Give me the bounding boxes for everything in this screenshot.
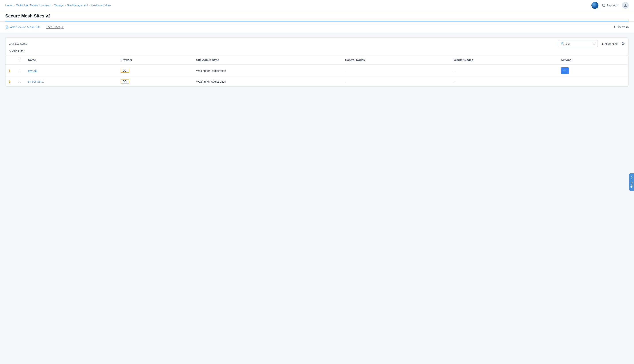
top-nav-right: Support ▾ xyxy=(591,2,629,9)
col-provider: Provider xyxy=(117,56,193,65)
breadcrumb-sep-2: › xyxy=(52,4,52,7)
tech-docs-label: Tech Docs xyxy=(46,26,60,29)
refresh-icon: ↻ xyxy=(614,25,616,29)
row-control-nodes-cell: - xyxy=(342,77,450,86)
search-input[interactable] xyxy=(566,42,591,45)
table-row: ❯ mw-oci OCI Waiting for Registration xyxy=(6,65,628,77)
col-control-nodes: Control Nodes xyxy=(342,56,450,65)
add-filter-button[interactable]: ▽ Add Filter xyxy=(9,49,24,52)
row-expander-icon[interactable]: ❯ xyxy=(8,69,11,72)
toolbar: ⊕ Add Secure Mesh Site Tech Docs ↗ ↻ Ref… xyxy=(0,22,634,33)
support-icon xyxy=(602,4,606,7)
row-expander-cell: ❯ xyxy=(6,65,14,77)
filter-chevron-icon: ▲ xyxy=(601,42,604,45)
row-checkbox-cell xyxy=(14,65,24,77)
support-chevron: ▾ xyxy=(618,4,618,7)
breadcrumb-customer-edges[interactable]: Customer Edges xyxy=(92,4,111,7)
globe-avatar xyxy=(591,2,598,9)
worker-nodes-value: - xyxy=(454,80,454,83)
row-control-nodes-cell: - xyxy=(342,65,450,77)
row-state-cell: Waiting for Registration xyxy=(193,65,342,77)
row-worker-nodes-cell: - xyxy=(450,77,557,86)
provider-badge: OCI xyxy=(120,69,129,73)
row-worker-nodes-cell: - xyxy=(450,65,557,77)
add-secure-mesh-site-button[interactable]: ⊕ Add Secure Mesh Site xyxy=(5,25,41,30)
refresh-button[interactable]: ↻ Refresh xyxy=(614,25,629,29)
hide-filter-label: Hide Filter xyxy=(605,42,618,45)
breadcrumb-sep-1: › xyxy=(14,4,14,7)
row-checkbox-cell xyxy=(14,77,24,86)
sites-table: Name Provider Site Admin State Control N… xyxy=(6,56,628,86)
hide-filter-button[interactable]: ▲ Hide Filter xyxy=(601,42,618,45)
row-state-cell: Waiting for Registration xyxy=(193,77,342,86)
add-label: Add Secure Mesh Site xyxy=(10,26,41,29)
add-icon: ⊕ xyxy=(5,25,8,30)
svg-point-0 xyxy=(604,6,604,6)
col-worker-nodes: Worker Nodes xyxy=(450,56,557,65)
page-header: Secure Mesh Sites v2 xyxy=(0,11,634,22)
breadcrumb-home[interactable]: Home xyxy=(5,4,12,7)
external-link-icon: ↗ xyxy=(62,26,64,29)
row-actions-cell: ··· xyxy=(557,65,628,77)
control-nodes-value: - xyxy=(345,80,346,83)
clear-search-icon[interactable]: ✕ xyxy=(592,42,595,46)
filter-icon: ▽ xyxy=(9,49,11,52)
table-header-row: Name Provider Site Admin State Control N… xyxy=(6,56,628,65)
top-nav: Home › Multi-Cloud Network Connect › Man… xyxy=(0,0,634,11)
provider-badge: OCI xyxy=(120,80,129,84)
status-text: Waiting for Registration xyxy=(196,69,226,72)
col-actions: Actions xyxy=(557,56,628,65)
main-content: 2 of 112 items 🔍 ✕ ▲ Hide Filter ⚙ ▽ Add… xyxy=(0,33,634,91)
breadcrumb-multi-cloud[interactable]: Multi-Cloud Network Connect xyxy=(16,4,50,7)
col-site-admin-state: Site Admin State xyxy=(193,56,342,65)
add-filter-label: Add Filter xyxy=(12,49,24,52)
row-expander-cell: ❯ xyxy=(6,77,14,86)
row-provider-cell: OCI xyxy=(117,65,193,77)
col-name: Name xyxy=(24,56,117,65)
filter-bottom: ▽ Add Filter xyxy=(9,49,625,52)
page-title: Secure Mesh Sites v2 xyxy=(5,14,629,21)
row-actions-cell xyxy=(557,77,628,86)
row-name-cell: sri-oci-test-1 xyxy=(24,77,117,86)
breadcrumb-sep-3: › xyxy=(65,4,66,7)
row-provider-cell: OCI xyxy=(117,77,193,86)
breadcrumb: Home › Multi-Cloud Network Connect › Man… xyxy=(5,4,111,7)
support-label: Support xyxy=(606,4,616,7)
refresh-label: Refresh xyxy=(618,26,629,29)
user-icon xyxy=(624,4,627,7)
user-avatar[interactable] xyxy=(622,2,629,8)
blue-bar xyxy=(5,21,629,22)
items-count: 2 of 112 items xyxy=(9,42,27,45)
control-nodes-value: - xyxy=(345,69,346,72)
row-name-cell: mw-oci xyxy=(24,65,117,77)
filter-top: 2 of 112 items 🔍 ✕ ▲ Hide Filter ⚙ xyxy=(9,40,625,47)
breadcrumb-manage[interactable]: Manage xyxy=(54,4,64,7)
toolbar-left: ⊕ Add Secure Mesh Site Tech Docs ↗ xyxy=(5,25,64,30)
svg-point-1 xyxy=(625,4,626,5)
table-container: Name Provider Site Admin State Control N… xyxy=(5,56,629,86)
breadcrumb-site-management[interactable]: Site Management xyxy=(67,4,88,7)
row-expander-icon[interactable]: ❯ xyxy=(8,80,11,83)
filter-right: 🔍 ✕ ▲ Hide Filter ⚙ xyxy=(558,40,625,47)
filter-bar: 2 of 112 items 🔍 ✕ ▲ Hide Filter ⚙ ▽ Add… xyxy=(5,37,629,56)
select-all-checkbox[interactable] xyxy=(18,58,21,61)
breadcrumb-sep-4: › xyxy=(89,4,90,7)
tech-docs-link[interactable]: Tech Docs ↗ xyxy=(46,26,64,29)
worker-nodes-value: - xyxy=(454,69,454,72)
search-icon: 🔍 xyxy=(560,42,564,46)
support-button[interactable]: Support ▾ xyxy=(602,4,618,7)
table-row: ❯ sri-oci-test-1 OCI Waiting for Registr… xyxy=(6,77,628,86)
row-checkbox[interactable] xyxy=(18,69,21,72)
row-name-link[interactable]: mw-oci xyxy=(28,69,37,72)
col-expander xyxy=(6,56,14,65)
settings-icon[interactable]: ⚙ xyxy=(622,41,625,46)
row-checkbox[interactable] xyxy=(18,80,21,83)
row-name-link[interactable]: sri-oci-test-1 xyxy=(28,80,44,83)
status-text: Waiting for Registration xyxy=(196,80,226,83)
search-box: 🔍 ✕ xyxy=(558,40,598,47)
col-checkbox xyxy=(14,56,24,65)
actions-button[interactable]: ··· xyxy=(561,67,569,74)
